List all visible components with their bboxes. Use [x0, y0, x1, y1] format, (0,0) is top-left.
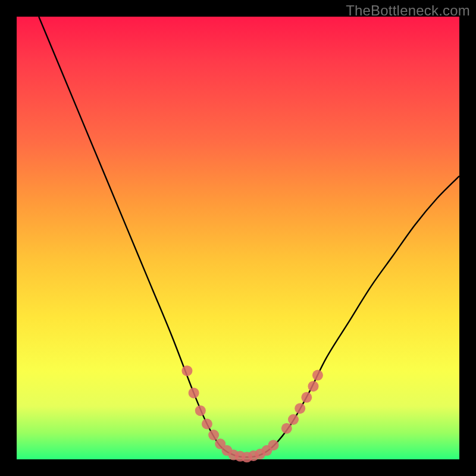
highlight-dot	[189, 387, 199, 398]
highlight-dot	[295, 403, 305, 414]
bottleneck-curve	[39, 17, 459, 457]
highlight-dots	[181, 365, 323, 462]
highlight-dot	[281, 423, 292, 434]
highlight-dot	[181, 365, 192, 376]
highlight-dot	[288, 414, 299, 425]
highlight-dot	[195, 405, 206, 416]
highlight-dot	[208, 430, 219, 440]
highlight-dot	[202, 419, 212, 430]
chart-frame: TheBottleneck.com	[0, 0, 476, 476]
highlight-dot	[308, 381, 319, 392]
curve-svg	[17, 17, 459, 459]
watermark-text: TheBottleneck.com	[346, 2, 470, 19]
highlight-dot	[312, 370, 323, 381]
plot-area	[17, 17, 459, 459]
highlight-dot	[268, 440, 279, 450]
highlight-dot	[301, 392, 312, 403]
